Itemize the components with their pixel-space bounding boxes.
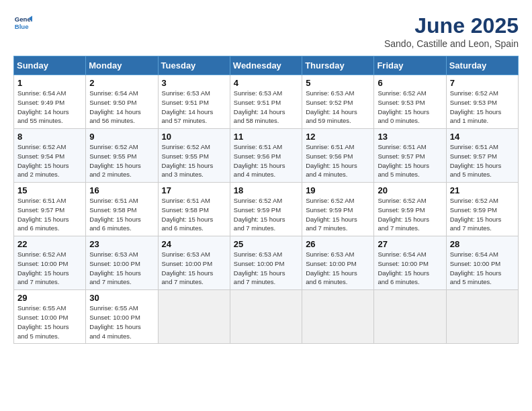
day-cell-8: 8Sunrise: 6:52 AM Sunset: 9:54 PM Daylig… [14,129,86,183]
day-number: 21 [450,185,515,195]
logo-icon: General Blue [13,13,32,32]
day-number: 25 [234,239,298,249]
day-info: Sunrise: 6:55 AM Sunset: 10:00 PM Daylig… [89,304,154,340]
day-info: Sunrise: 6:55 AM Sunset: 10:00 PM Daylig… [17,304,82,340]
day-number: 13 [378,132,442,142]
day-info: Sunrise: 6:52 AM Sunset: 9:53 PM Dayligh… [450,89,515,126]
title-area: June 2025 Sando, Castille and Leon, Spai… [384,13,519,49]
day-number: 10 [162,132,226,142]
header-cell-friday: Friday [374,56,446,75]
day-info: Sunrise: 6:51 AM Sunset: 9:57 PM Dayligh… [378,142,442,179]
day-cell-28: 28Sunrise: 6:54 AM Sunset: 10:00 PM Dayl… [446,236,518,290]
day-number: 18 [234,185,298,195]
day-number: 2 [89,78,154,88]
day-number: 11 [234,132,298,142]
week-row-2: 8Sunrise: 6:52 AM Sunset: 9:54 PM Daylig… [14,129,519,183]
day-cell-14: 14Sunrise: 6:51 AM Sunset: 9:57 PM Dayli… [446,129,518,183]
day-info: Sunrise: 6:51 AM Sunset: 9:58 PM Dayligh… [162,196,226,233]
day-number: 26 [306,239,370,249]
header-cell-tuesday: Tuesday [158,56,230,75]
day-cell-1: 1Sunrise: 6:54 AM Sunset: 9:49 PM Daylig… [14,75,86,129]
header-row: SundayMondayTuesdayWednesdayThursdayFrid… [14,56,519,75]
header-cell-sunday: Sunday [14,56,86,75]
calendar-table: SundayMondayTuesdayWednesdayThursdayFrid… [13,56,519,344]
day-cell-23: 23Sunrise: 6:53 AM Sunset: 10:00 PM Dayl… [86,236,158,290]
day-number: 27 [378,239,442,249]
day-info: Sunrise: 6:53 AM Sunset: 9:51 PM Dayligh… [234,89,298,126]
week-row-4: 22Sunrise: 6:52 AM Sunset: 10:00 PM Dayl… [14,236,519,290]
day-number: 17 [162,185,226,195]
day-cell-25: 25Sunrise: 6:53 AM Sunset: 10:00 PM Dayl… [230,236,302,290]
day-number: 6 [378,78,442,88]
day-number: 29 [17,293,82,303]
empty-cell [158,290,230,344]
day-info: Sunrise: 6:54 AM Sunset: 9:49 PM Dayligh… [17,89,82,126]
day-cell-20: 20Sunrise: 6:52 AM Sunset: 9:59 PM Dayli… [374,183,446,236]
day-number: 1 [17,78,82,88]
header-cell-saturday: Saturday [446,56,518,75]
day-info: Sunrise: 6:52 AM Sunset: 9:54 PM Dayligh… [17,142,82,179]
day-info: Sunrise: 6:51 AM Sunset: 9:57 PM Dayligh… [450,142,515,179]
day-number: 15 [17,185,82,195]
day-info: Sunrise: 6:53 AM Sunset: 9:52 PM Dayligh… [306,89,370,126]
day-cell-2: 2Sunrise: 6:54 AM Sunset: 9:50 PM Daylig… [86,75,158,129]
day-cell-11: 11Sunrise: 6:51 AM Sunset: 9:56 PM Dayli… [230,129,302,183]
day-info: Sunrise: 6:52 AM Sunset: 9:59 PM Dayligh… [378,196,442,233]
day-cell-17: 17Sunrise: 6:51 AM Sunset: 9:58 PM Dayli… [158,183,230,236]
day-cell-21: 21Sunrise: 6:52 AM Sunset: 9:59 PM Dayli… [446,183,518,236]
day-info: Sunrise: 6:52 AM Sunset: 9:53 PM Dayligh… [378,89,442,126]
day-info: Sunrise: 6:53 AM Sunset: 10:00 PM Daylig… [89,250,154,287]
empty-cell [230,290,302,344]
day-cell-10: 10Sunrise: 6:52 AM Sunset: 9:55 PM Dayli… [158,129,230,183]
day-cell-16: 16Sunrise: 6:51 AM Sunset: 9:58 PM Dayli… [86,183,158,236]
day-cell-5: 5Sunrise: 6:53 AM Sunset: 9:52 PM Daylig… [302,75,374,129]
day-number: 3 [162,78,226,88]
day-number: 9 [89,132,154,142]
svg-text:Blue: Blue [15,23,29,30]
day-info: Sunrise: 6:53 AM Sunset: 10:00 PM Daylig… [162,250,226,287]
day-info: Sunrise: 6:53 AM Sunset: 10:00 PM Daylig… [306,250,370,287]
day-cell-30: 30Sunrise: 6:55 AM Sunset: 10:00 PM Dayl… [86,290,158,344]
day-number: 20 [378,185,442,195]
day-cell-26: 26Sunrise: 6:53 AM Sunset: 10:00 PM Dayl… [302,236,374,290]
day-cell-19: 19Sunrise: 6:52 AM Sunset: 9:59 PM Dayli… [302,183,374,236]
day-cell-29: 29Sunrise: 6:55 AM Sunset: 10:00 PM Dayl… [14,290,86,344]
day-cell-27: 27Sunrise: 6:54 AM Sunset: 10:00 PM Dayl… [374,236,446,290]
day-cell-4: 4Sunrise: 6:53 AM Sunset: 9:51 PM Daylig… [230,75,302,129]
calendar-title: June 2025 [384,13,519,38]
day-info: Sunrise: 6:52 AM Sunset: 9:59 PM Dayligh… [234,196,298,233]
day-info: Sunrise: 6:54 AM Sunset: 10:00 PM Daylig… [450,250,515,287]
day-info: Sunrise: 6:52 AM Sunset: 9:59 PM Dayligh… [306,196,370,233]
day-number: 14 [450,132,515,142]
day-number: 8 [17,132,82,142]
day-info: Sunrise: 6:51 AM Sunset: 9:58 PM Dayligh… [89,196,154,233]
logo: General Blue [13,13,32,32]
day-info: Sunrise: 6:54 AM Sunset: 9:50 PM Dayligh… [89,89,154,126]
day-number: 7 [450,78,515,88]
day-number: 19 [306,185,370,195]
day-info: Sunrise: 6:52 AM Sunset: 9:55 PM Dayligh… [89,142,154,179]
day-number: 28 [450,239,515,249]
day-cell-13: 13Sunrise: 6:51 AM Sunset: 9:57 PM Dayli… [374,129,446,183]
header-cell-thursday: Thursday [302,56,374,75]
day-number: 16 [89,185,154,195]
week-row-3: 15Sunrise: 6:51 AM Sunset: 9:57 PM Dayli… [14,183,519,236]
day-info: Sunrise: 6:51 AM Sunset: 9:56 PM Dayligh… [234,142,298,179]
day-cell-12: 12Sunrise: 6:51 AM Sunset: 9:56 PM Dayli… [302,129,374,183]
calendar-subtitle: Sando, Castille and Leon, Spain [384,38,519,49]
header-cell-monday: Monday [86,56,158,75]
day-number: 12 [306,132,370,142]
day-number: 4 [234,78,298,88]
day-number: 30 [89,293,154,303]
header-cell-wednesday: Wednesday [230,56,302,75]
day-info: Sunrise: 6:52 AM Sunset: 9:59 PM Dayligh… [450,196,515,233]
day-info: Sunrise: 6:51 AM Sunset: 9:56 PM Dayligh… [306,142,370,179]
day-info: Sunrise: 6:53 AM Sunset: 9:51 PM Dayligh… [162,89,226,126]
day-info: Sunrise: 6:54 AM Sunset: 10:00 PM Daylig… [378,250,442,287]
day-number: 5 [306,78,370,88]
day-cell-9: 9Sunrise: 6:52 AM Sunset: 9:55 PM Daylig… [86,129,158,183]
day-number: 24 [162,239,226,249]
day-cell-15: 15Sunrise: 6:51 AM Sunset: 9:57 PM Dayli… [14,183,86,236]
week-row-1: 1Sunrise: 6:54 AM Sunset: 9:49 PM Daylig… [14,75,519,129]
day-number: 23 [89,239,154,249]
